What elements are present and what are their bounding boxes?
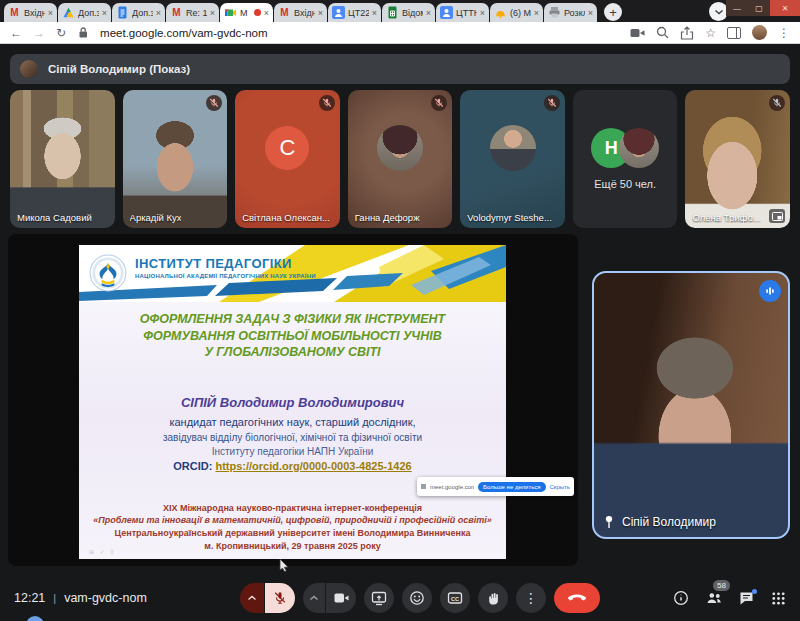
hand-icon <box>485 590 501 606</box>
tab-close-icon[interactable]: × <box>48 8 53 18</box>
tab-close-icon[interactable]: × <box>534 8 539 18</box>
tab-docs[interactable]: Доп.з × <box>112 3 165 22</box>
close-window-button[interactable]: ✕ <box>770 0 800 16</box>
author-degree: кандидат педагогічних наук, старший досл… <box>79 416 506 428</box>
presenter-name: Сіпій Володимир (Показ) <box>48 63 190 75</box>
people-icon <box>706 591 722 605</box>
url-field[interactable]: meet.google.com/vam-gvdc-nom <box>100 27 619 39</box>
participant-tile[interactable]: C Світлана Олексан... <box>235 90 340 228</box>
hide-notice-button[interactable]: Скрыть <box>550 484 570 490</box>
raise-hand-button[interactable] <box>478 583 508 613</box>
tab-gmail-inbox[interactable]: M Вхідн × <box>4 3 57 22</box>
participant-tile[interactable]: Аркадій Кух <box>123 90 228 228</box>
pin-icon[interactable] <box>603 515 615 529</box>
tab-title: Re: 19 <box>186 8 207 18</box>
mic-off-button[interactable] <box>265 583 295 613</box>
tab-close-icon[interactable]: × <box>264 8 269 18</box>
meet-page: Сіпій Володимир (Показ) Микола Садовий А… <box>0 44 800 621</box>
tab-ct22[interactable]: ЦТ22 × <box>328 3 381 22</box>
speaking-indicator-icon <box>759 280 781 302</box>
mic-muted-icon <box>319 95 335 111</box>
new-tab-button[interactable]: + <box>604 3 622 21</box>
participant-tile[interactable]: Ганна Дефорж <box>348 90 453 228</box>
sheets-icon <box>386 6 399 19</box>
slide-watermark: ⊞ ✓ ≡ <box>89 548 116 555</box>
activities-button[interactable] <box>771 591 786 606</box>
mic-off-icon <box>273 591 287 605</box>
picture-in-picture-icon[interactable] <box>769 209 785 223</box>
tab-close-icon[interactable]: × <box>102 8 107 18</box>
tab-sheets[interactable]: Відом × <box>382 3 435 22</box>
more-options-button[interactable]: ⋮ <box>516 583 546 613</box>
tab-drive[interactable]: Доп.з × <box>58 3 111 22</box>
tab-close-icon[interactable]: × <box>480 8 485 18</box>
minimize-button[interactable]: — <box>726 0 748 16</box>
share-icon[interactable] <box>680 26 694 40</box>
slide-header-band: ІНСТИТУТ ПЕДАГОГІКИ НАЦІОНАЛЬНОЇ АКАДЕМІ… <box>79 245 506 302</box>
end-call-icon <box>567 594 587 602</box>
tab-cttn[interactable]: ЦТТН × <box>436 3 489 22</box>
mic-options-chevron[interactable] <box>240 583 264 613</box>
captions-icon: CC <box>447 590 463 606</box>
tab-gmail-inbox-2[interactable]: M Вхідн × <box>274 3 327 22</box>
end-call-button[interactable] <box>554 583 600 613</box>
reload-icon[interactable]: ↻ <box>56 27 66 39</box>
speaker-name: Сіпій Володимир <box>622 515 716 529</box>
present-button[interactable] <box>364 583 394 613</box>
tab-close-icon[interactable]: × <box>318 8 323 18</box>
tab-meet-active[interactable]: М × <box>220 3 273 22</box>
tab-6m[interactable]: (6) М × <box>490 3 543 22</box>
tab-close-icon[interactable]: × <box>210 8 215 18</box>
stop-sharing-button[interactable]: Больше не делиться <box>478 482 546 492</box>
reactions-button[interactable] <box>402 583 432 613</box>
tab-gmail-re19[interactable]: M Re: 19 × <box>166 3 219 22</box>
participants-button[interactable]: 58 <box>706 591 722 605</box>
tab-close-icon[interactable]: × <box>372 8 377 18</box>
tab-title: Доп.з <box>132 8 153 18</box>
profile-avatar[interactable] <box>752 25 767 40</box>
tab-close-icon[interactable]: × <box>156 8 161 18</box>
camera-button[interactable] <box>326 583 356 613</box>
notice-text: meet.google.com открыл доступ к вашему э… <box>430 484 474 490</box>
camera-icon <box>334 592 349 604</box>
browser-menu-icon[interactable]: ⋮ <box>778 27 790 39</box>
overflow-participants-tile[interactable]: Н Ещё 50 чел. <box>573 90 678 228</box>
maximize-button[interactable]: ▢ <box>748 0 770 16</box>
tab-title: Вхідн <box>24 8 45 18</box>
tab-close-icon[interactable]: × <box>588 8 593 18</box>
captions-button[interactable]: CC <box>440 583 470 613</box>
camera-indicator-icon[interactable] <box>630 27 645 39</box>
letter-avatar: C <box>265 126 309 170</box>
present-icon <box>371 591 387 606</box>
presenter-avatar <box>20 60 38 78</box>
participant-name: Микола Садовий <box>17 212 92 223</box>
participant-tile[interactable]: Микола Садовий <box>10 90 115 228</box>
back-icon[interactable]: ← <box>10 27 22 39</box>
chat-notification-dot <box>752 589 757 594</box>
camera-options-chevron[interactable] <box>303 583 325 613</box>
side-panel-icon[interactable] <box>727 27 741 39</box>
tab-title: ЦТТН <box>456 8 477 18</box>
photo-avatar <box>619 128 659 168</box>
photo-avatar <box>377 125 423 171</box>
screen-share-tile[interactable]: ІНСТИТУТ ПЕДАГОГІКИ НАЦІОНАЛЬНОЇ АКАДЕМІ… <box>8 234 578 566</box>
participant-tile[interactable]: Volodymyr Steshe... <box>460 90 565 228</box>
forward-icon[interactable]: → <box>33 27 45 39</box>
active-speaker-tile[interactable]: Сіпій Володимир <box>592 271 790 539</box>
orcid-link[interactable]: https://orcid.org/0000-0003-4825-1426 <box>215 460 411 472</box>
mic-muted-icon <box>769 95 785 111</box>
address-bar: ← → ↻ meet.google.com/vam-gvdc-nom ☆ ⋮ <box>0 22 800 44</box>
participant-name: Volodymyr Steshe... <box>467 212 551 223</box>
tab-schedule[interactable]: Розкл × <box>544 3 597 22</box>
bookmark-star-icon[interactable]: ☆ <box>705 27 716 39</box>
tab-close-icon[interactable]: × <box>426 8 431 18</box>
chat-button[interactable] <box>739 591 754 605</box>
institute-logo <box>89 254 127 292</box>
speaker-label: Сіпій Володимир <box>603 515 716 529</box>
meeting-details-button[interactable] <box>673 590 689 606</box>
zoom-icon[interactable] <box>656 26 669 39</box>
drive-icon <box>62 6 75 19</box>
participant-tile[interactable]: Олена Трифо... <box>685 90 790 228</box>
grid-icon <box>771 591 786 606</box>
contact-icon <box>440 6 453 19</box>
